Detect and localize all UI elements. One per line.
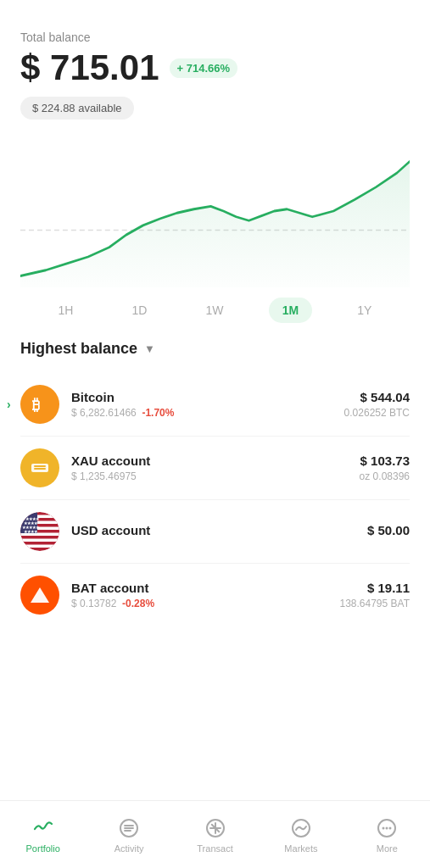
bat-subtext: $ 0.13782 -0.28% bbox=[71, 598, 339, 609]
bat-info: BAT account $ 0.13782 -0.28% bbox=[71, 581, 339, 609]
balance-change-badge: + 714.66% bbox=[170, 58, 238, 78]
usd-icon: ★★★★★ ★★★★ ★★★★★ ★★★★ bbox=[20, 512, 59, 551]
svg-text:₿: ₿ bbox=[32, 396, 40, 414]
bitcoin-quantity: 0.026252 BTC bbox=[344, 407, 410, 419]
svg-point-30 bbox=[383, 826, 385, 829]
total-balance-label: Total balance bbox=[20, 31, 410, 44]
usd-info: USD account bbox=[71, 523, 367, 540]
xau-icon bbox=[20, 448, 59, 487]
balance-chart bbox=[20, 135, 410, 287]
svg-text:★★★★: ★★★★ bbox=[24, 529, 38, 534]
usd-value: $ 50.00 bbox=[367, 523, 410, 537]
bat-icon bbox=[20, 576, 59, 615]
time-filter-bar: 1H 1D 1W 1M 1Y bbox=[20, 298, 410, 323]
bitcoin-value: $ 544.04 bbox=[344, 390, 410, 404]
svg-rect-4 bbox=[34, 465, 46, 467]
asset-row-bitcoin[interactable]: › ₿ Bitcoin $ 6,282.61466 -1.70% $ 544.0… bbox=[20, 373, 410, 437]
selected-arrow-icon: › bbox=[7, 398, 11, 411]
bat-value: $ 19.11 bbox=[339, 581, 410, 595]
nav-item-markets[interactable]: Markets bbox=[258, 816, 343, 854]
xau-subtext: $ 1,235.46975 bbox=[71, 470, 360, 482]
xau-values: $ 103.73 oz 0.08396 bbox=[360, 453, 410, 482]
xau-info: XAU account $ 1,235.46975 bbox=[71, 453, 360, 482]
bat-change: -0.28% bbox=[122, 598, 154, 609]
nav-item-more[interactable]: More bbox=[344, 816, 430, 854]
section-title: Highest balance bbox=[20, 340, 137, 358]
nav-item-activity[interactable]: Activity bbox=[86, 816, 171, 854]
asset-list: › ₿ Bitcoin $ 6,282.61466 -1.70% $ 544.0… bbox=[20, 373, 410, 626]
svg-rect-12 bbox=[20, 539, 59, 542]
chevron-down-icon: ▼ bbox=[144, 342, 155, 355]
balance-amount: $ 715.01 bbox=[20, 47, 159, 88]
bitcoin-subtext: $ 6,282.61466 -1.70% bbox=[71, 407, 344, 419]
transact-icon bbox=[204, 816, 227, 840]
usd-values: $ 50.00 bbox=[367, 523, 410, 540]
transact-label: Transact bbox=[197, 843, 232, 854]
bat-name: BAT account bbox=[71, 581, 339, 595]
time-filter-1w[interactable]: 1W bbox=[193, 298, 237, 323]
asset-row-bat[interactable]: BAT account $ 0.13782 -0.28% $ 19.11 138… bbox=[20, 564, 410, 626]
bitcoin-values: $ 544.04 0.026252 BTC bbox=[344, 390, 410, 419]
time-filter-1d[interactable]: 1D bbox=[119, 298, 161, 323]
bitcoin-icon: ₿ bbox=[20, 385, 59, 424]
svg-rect-5 bbox=[34, 468, 46, 470]
time-filter-1h[interactable]: 1H bbox=[45, 298, 87, 323]
time-filter-1y[interactable]: 1Y bbox=[343, 298, 385, 323]
svg-rect-13 bbox=[20, 545, 59, 548]
svg-rect-8 bbox=[20, 515, 59, 519]
svg-point-31 bbox=[386, 826, 388, 829]
asset-row-xau[interactable]: XAU account $ 1,235.46975 $ 103.73 oz 0.… bbox=[20, 437, 410, 500]
markets-icon bbox=[289, 816, 313, 840]
total-balance-section: Total balance $ 715.01 + 714.66% $ 224.8… bbox=[20, 31, 410, 126]
svg-marker-1 bbox=[20, 162, 410, 288]
svg-marker-19 bbox=[31, 587, 49, 603]
bat-values: $ 19.11 138.64795 BAT bbox=[339, 581, 410, 609]
usd-name: USD account bbox=[71, 523, 367, 537]
asset-row-usd[interactable]: ★★★★★ ★★★★ ★★★★★ ★★★★ USD account $ 50.0… bbox=[20, 500, 410, 564]
available-balance-badge: $ 224.88 available bbox=[20, 97, 134, 120]
markets-label: Markets bbox=[284, 843, 317, 854]
xau-value: $ 103.73 bbox=[360, 453, 410, 468]
activity-label: Activity bbox=[114, 843, 144, 854]
portfolio-label: Portfolio bbox=[26, 843, 60, 854]
bitcoin-info: Bitcoin $ 6,282.61466 -1.70% bbox=[71, 390, 344, 419]
bitcoin-name: Bitcoin bbox=[71, 390, 344, 404]
more-icon bbox=[375, 816, 399, 840]
portfolio-icon bbox=[31, 816, 55, 840]
bitcoin-change: -1.70% bbox=[142, 407, 174, 419]
xau-name: XAU account bbox=[71, 453, 360, 468]
nav-item-transact[interactable]: Transact bbox=[172, 816, 258, 854]
time-filter-1m[interactable]: 1M bbox=[269, 298, 312, 323]
svg-point-32 bbox=[389, 826, 392, 829]
bottom-nav: Portfolio Activity Transact bbox=[0, 800, 430, 868]
more-label: More bbox=[377, 843, 398, 854]
xau-quantity: oz 0.08396 bbox=[360, 470, 410, 482]
activity-icon bbox=[117, 816, 141, 840]
bat-quantity: 138.64795 BAT bbox=[339, 598, 410, 609]
nav-item-portfolio[interactable]: Portfolio bbox=[0, 816, 86, 854]
section-header[interactable]: Highest balance ▼ bbox=[20, 340, 410, 358]
